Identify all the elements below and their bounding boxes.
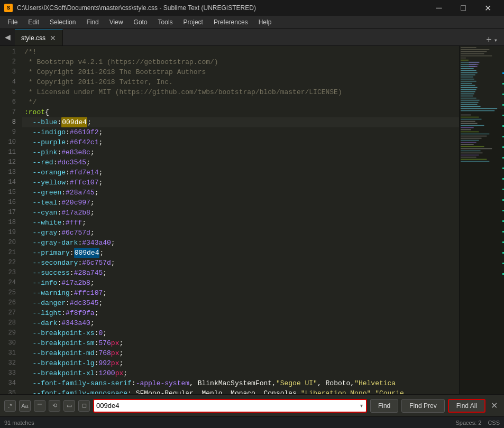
menu-project[interactable]: Project bbox=[178, 16, 208, 29]
svg-rect-36 bbox=[461, 119, 482, 119]
find-bar: .* Aa "" ⟲ ▭ ◻ ▾ Find Find Prev Find All… bbox=[0, 394, 504, 416]
code-line-5: * Licensed under MIT (https://github.com… bbox=[22, 87, 459, 97]
code-line-10: --purple: #6f42c1; bbox=[22, 137, 459, 147]
code-line-33: --breakpoint-xl: 1200px; bbox=[22, 368, 459, 378]
code-line-6: */ bbox=[22, 97, 459, 107]
code-lines: 1 2 3 4 5 6 7 8 9 10 11 12 13 14 15 16 1… bbox=[0, 46, 459, 394]
code-line-27: --light: #f8f9fa; bbox=[22, 308, 459, 318]
svg-rect-45 bbox=[461, 138, 482, 138]
svg-rect-52 bbox=[461, 153, 483, 153]
menu-preferences[interactable]: Preferences bbox=[208, 16, 253, 29]
find-regex-toggle[interactable]: .* bbox=[4, 400, 16, 412]
code-line-2: * Bootstrap v4.2.1 (https://getbootstrap… bbox=[22, 57, 459, 67]
svg-rect-40 bbox=[461, 127, 474, 128]
find-case-toggle[interactable]: Aa bbox=[19, 400, 31, 412]
title-text: C:\Users\IXCSoft\Documents\master\css\st… bbox=[17, 4, 423, 12]
svg-rect-37 bbox=[461, 121, 475, 122]
code-line-32: --breakpoint-lg: 992px; bbox=[22, 358, 459, 368]
find-word-toggle[interactable]: "" bbox=[34, 400, 45, 412]
code-line-9: --indigo: #6610f2; bbox=[22, 127, 459, 137]
code-line-20: --gray-dark: #343a40; bbox=[22, 238, 459, 248]
find-dropdown-button[interactable]: ▾ bbox=[359, 403, 364, 408]
app-icon: S bbox=[4, 4, 13, 12]
maximize-button[interactable]: □ bbox=[451, 0, 475, 16]
minimize-button[interactable]: ─ bbox=[427, 0, 451, 16]
svg-rect-53 bbox=[461, 155, 479, 155]
code-line-29: --breakpoint-xs: 0; bbox=[22, 328, 459, 338]
svg-rect-46 bbox=[461, 140, 479, 141]
code-line-8: --blue: 009de4; bbox=[22, 117, 459, 127]
tab-close-icon[interactable]: ✕ bbox=[50, 34, 56, 42]
code-content[interactable]: /*! * Bootstrap v4.2.1 (https://getboots… bbox=[22, 46, 459, 394]
find-button[interactable]: Find bbox=[370, 399, 398, 413]
find-wrap-toggle[interactable]: ⟲ bbox=[49, 400, 60, 412]
svg-rect-44 bbox=[461, 136, 487, 136]
status-bar: 91 matches Spaces: 2 CSS bbox=[0, 416, 504, 428]
menu-goto[interactable]: Goto bbox=[129, 16, 153, 29]
code-line-11: --pink: #e83e8c; bbox=[22, 147, 459, 157]
menu-help[interactable]: Help bbox=[253, 16, 277, 29]
menu-selection[interactable]: Selection bbox=[44, 16, 81, 29]
svg-rect-50 bbox=[461, 148, 492, 149]
code-line-28: --dark: #343a40; bbox=[22, 318, 459, 328]
find-all-button[interactable]: Find All bbox=[448, 399, 485, 413]
svg-rect-51 bbox=[461, 151, 481, 151]
code-line-31: --breakpoint-md: 768px; bbox=[22, 348, 459, 358]
code-line-26: --danger: #dc3545; bbox=[22, 298, 459, 308]
code-line-19: --gray: #6c757d; bbox=[22, 228, 459, 238]
window-controls: ─ □ ✕ bbox=[427, 0, 500, 16]
svg-rect-56 bbox=[461, 161, 489, 162]
code-line-15: --green: #28a745; bbox=[22, 188, 459, 198]
svg-rect-42 bbox=[461, 132, 479, 132]
menu-tools[interactable]: Tools bbox=[153, 16, 178, 29]
spaces-indicator[interactable]: Spaces: 2 bbox=[455, 420, 481, 426]
code-line-25: --warning: #ffc107; bbox=[22, 288, 459, 298]
svg-rect-49 bbox=[461, 146, 484, 147]
code-line-35: --font-family-monospace: SFMono-Regular,… bbox=[22, 388, 459, 394]
menu-file[interactable]: File bbox=[2, 16, 23, 29]
svg-rect-38 bbox=[461, 123, 478, 124]
find-prev-button[interactable]: Find Prev bbox=[401, 399, 444, 413]
matches-count: 91 matches bbox=[4, 420, 34, 426]
code-line-18: --white: #fff; bbox=[22, 218, 459, 228]
svg-rect-43 bbox=[461, 134, 489, 134]
filetype-indicator[interactable]: CSS bbox=[488, 420, 500, 426]
tab-nav-back[interactable]: ◀ bbox=[0, 28, 15, 45]
code-line-22: --secondary: #6c757d; bbox=[22, 258, 459, 268]
tab-add-icon[interactable]: + bbox=[486, 35, 492, 45]
svg-rect-35 bbox=[461, 117, 479, 117]
code-line-12: --red: #dc3545; bbox=[22, 157, 459, 168]
close-button[interactable]: ✕ bbox=[475, 0, 500, 16]
code-line-4: * Copyright 2011-2018 Twitter, Inc. bbox=[22, 77, 459, 87]
status-right: Spaces: 2 CSS bbox=[455, 420, 500, 426]
find-close-button[interactable]: ✕ bbox=[489, 401, 500, 411]
find-in-selection-toggle[interactable]: ▭ bbox=[63, 400, 75, 412]
code-line-30: --breakpoint-sm: 576px; bbox=[22, 338, 459, 348]
find-input-wrapper: ▾ bbox=[93, 399, 367, 413]
svg-rect-47 bbox=[461, 142, 476, 143]
code-line-23: --success: #28a745; bbox=[22, 268, 459, 278]
status-left: 91 matches bbox=[4, 420, 455, 426]
tab-label: style.css bbox=[21, 34, 45, 42]
tab-add-area: + ▾ bbox=[482, 35, 502, 45]
svg-rect-48 bbox=[461, 144, 474, 145]
main-content: 1 2 3 4 5 6 7 8 9 10 11 12 13 14 15 16 1… bbox=[0, 46, 504, 394]
code-line-3: * Copyright 2011-2018 The Bootstrap Auth… bbox=[22, 67, 459, 77]
menu-view[interactable]: View bbox=[104, 16, 129, 29]
tab-chevron-icon[interactable]: ▾ bbox=[494, 36, 498, 44]
svg-rect-34 bbox=[461, 115, 471, 115]
find-highlight-toggle[interactable]: ◻ bbox=[78, 400, 90, 412]
code-line-24: --info: #17a2b8; bbox=[22, 278, 459, 288]
code-line-21: --primary: 009de4; bbox=[22, 248, 459, 258]
svg-rect-39 bbox=[461, 125, 484, 126]
menu-find[interactable]: Find bbox=[81, 16, 104, 29]
code-line-13: --orange: #fd7e14; bbox=[22, 168, 459, 178]
svg-rect-57 bbox=[460, 46, 504, 109]
tab-style-css[interactable]: style.css ✕ bbox=[15, 30, 63, 45]
find-input[interactable] bbox=[96, 402, 359, 410]
menu-bar: File Edit Selection Find View Goto Tools… bbox=[0, 16, 504, 29]
menu-edit[interactable]: Edit bbox=[23, 16, 44, 29]
code-line-16: --teal: #20c997; bbox=[22, 198, 459, 208]
svg-rect-55 bbox=[461, 159, 487, 160]
svg-rect-41 bbox=[461, 129, 471, 130]
